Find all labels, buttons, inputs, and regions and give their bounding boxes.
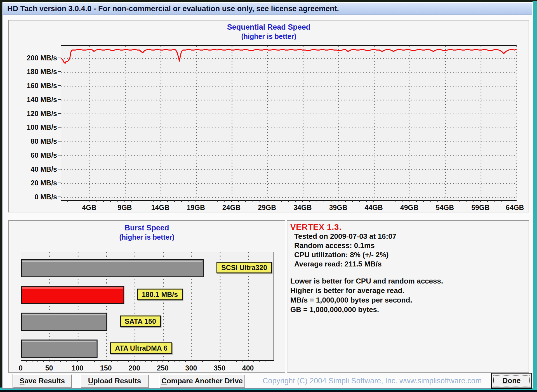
x-axis-minor-tick — [459, 200, 460, 202]
y-axis-label: 80 MB/s — [10, 137, 57, 145]
legend-note: MB/s = 1,000,000 bytes per second. — [290, 295, 526, 305]
x-axis-minor-tick — [210, 200, 210, 202]
y-axis-label: 120 MB/s — [10, 110, 57, 117]
x-axis-minor-tick — [494, 200, 495, 202]
x-axis-minor-tick — [248, 360, 248, 362]
x-axis-minor-tick — [197, 360, 197, 362]
x-axis-label: 29GB — [250, 204, 284, 212]
x-axis-minor-tick — [466, 200, 467, 202]
bar-label: 180.1 MB/s — [137, 289, 183, 300]
x-axis-minor-tick — [214, 360, 214, 362]
x-axis-minor-tick — [55, 360, 55, 362]
desktop-edge-right — [533, 1, 537, 391]
y-axis-tick — [58, 183, 61, 183]
window-title: HD Tach version 3.0.4.0 - For non-commer… — [3, 4, 339, 13]
x-axis-minor-tick — [160, 200, 161, 202]
x-axis-minor-tick — [324, 200, 324, 202]
x-axis-minor-tick — [236, 360, 237, 362]
x-axis-minor-tick — [395, 200, 395, 202]
x-axis-minor-tick — [373, 200, 374, 202]
x-axis-minor-tick — [331, 200, 331, 202]
x-axis-minor-tick — [189, 200, 189, 202]
x-axis-label: 4GB — [72, 204, 106, 212]
burst-chart-title: Burst Speed — [9, 224, 285, 232]
x-axis-label: 34GB — [286, 204, 319, 212]
drive-name: VERTEX 1.3. — [290, 223, 526, 232]
y-axis-tick — [58, 113, 61, 114]
x-axis-minor-tick — [167, 200, 168, 202]
x-axis-minor-tick — [66, 360, 67, 362]
x-axis-minor-tick — [103, 200, 104, 202]
compare-another-drive-button[interactable]: Compare Another Drive — [159, 374, 245, 388]
x-axis-minor-tick — [231, 360, 231, 362]
x-axis-label: 24GB — [215, 204, 248, 212]
x-axis-label: 400 — [231, 364, 265, 372]
y-axis-tick — [58, 85, 61, 86]
x-axis-minor-tick — [302, 200, 303, 202]
x-axis-minor-tick — [106, 360, 106, 362]
x-axis-minor-tick — [359, 200, 360, 202]
x-axis-minor-tick — [253, 200, 253, 202]
x-axis-minor-tick — [295, 200, 296, 202]
x-axis-minor-tick — [217, 200, 218, 202]
x-axis-minor-tick — [265, 360, 265, 362]
x-axis-minor-tick — [32, 360, 32, 362]
x-axis-minor-tick — [509, 200, 509, 202]
x-axis-minor-tick — [208, 360, 208, 362]
y-axis-tick — [58, 58, 61, 58]
x-axis-minor-tick — [174, 360, 175, 362]
y-axis-label: 100 MB/s — [10, 123, 57, 131]
y-axis-label: 180 MB/s — [10, 68, 57, 75]
sequential-read-line-chart — [61, 46, 517, 200]
x-axis-minor-tick — [89, 200, 90, 202]
sequential-read-plot — [61, 45, 517, 201]
x-axis-minor-tick — [100, 360, 100, 362]
test-result-line: CPU utilization: 8% (+/- 2%) — [294, 250, 526, 259]
x-axis-label: 49GB — [392, 204, 426, 212]
x-axis-minor-tick — [117, 200, 118, 202]
x-axis-minor-tick — [139, 200, 139, 202]
test-result-lines: Tested on 2009-07-03 at 16:07Random acce… — [290, 232, 526, 269]
y-axis-tick — [58, 127, 61, 127]
x-axis-minor-tick — [317, 200, 317, 202]
x-axis-minor-tick — [151, 360, 152, 362]
x-axis-minor-tick — [157, 360, 157, 362]
x-axis-minor-tick — [245, 200, 246, 202]
y-axis-label: 140 MB/s — [10, 96, 57, 103]
x-axis-minor-tick — [153, 200, 154, 202]
x-axis-minor-tick — [110, 200, 111, 202]
upload-results-button[interactable]: Upload Results — [80, 374, 149, 388]
x-axis-minor-tick — [49, 360, 50, 362]
x-axis-minor-tick — [191, 360, 191, 362]
x-axis-minor-tick — [174, 200, 175, 202]
x-axis-minor-tick — [202, 360, 203, 362]
x-axis-minor-tick — [83, 360, 83, 362]
legend-notes: Lower is better for CPU and random acces… — [290, 276, 526, 314]
y-axis-label: 60 MB/s — [10, 151, 57, 159]
x-axis-minor-tick — [345, 200, 346, 202]
sequential-chart-subtitle: (higher is better) — [9, 32, 529, 41]
done-button[interactable]: Done — [491, 373, 532, 389]
x-axis-minor-tick — [131, 200, 132, 202]
x-axis-minor-tick — [309, 200, 310, 202]
x-axis-minor-tick — [26, 360, 27, 362]
x-axis-minor-tick — [145, 360, 146, 362]
x-axis-minor-tick — [123, 360, 123, 362]
x-axis-minor-tick — [162, 360, 163, 362]
x-axis-minor-tick — [60, 360, 61, 362]
x-axis-minor-tick — [134, 360, 135, 362]
screen-edge — [0, 390, 537, 392]
x-axis-minor-tick — [37, 360, 38, 362]
x-axis-minor-tick — [259, 360, 260, 362]
x-axis-minor-tick — [388, 200, 388, 202]
y-axis-tick — [58, 71, 61, 72]
sequential-chart-title: Sequential Read Speed — [9, 23, 529, 32]
x-axis-minor-tick — [225, 360, 225, 362]
x-axis-minor-tick — [72, 360, 72, 362]
bar-label: SCSI Ultra320 — [216, 262, 272, 273]
title-bar[interactable]: HD Tach version 3.0.4.0 - For non-commer… — [3, 3, 532, 15]
y-axis-tick — [58, 197, 61, 197]
x-axis-minor-tick — [140, 360, 140, 362]
y-axis-tick — [58, 169, 61, 169]
save-results-button[interactable]: Save Results — [13, 374, 72, 388]
